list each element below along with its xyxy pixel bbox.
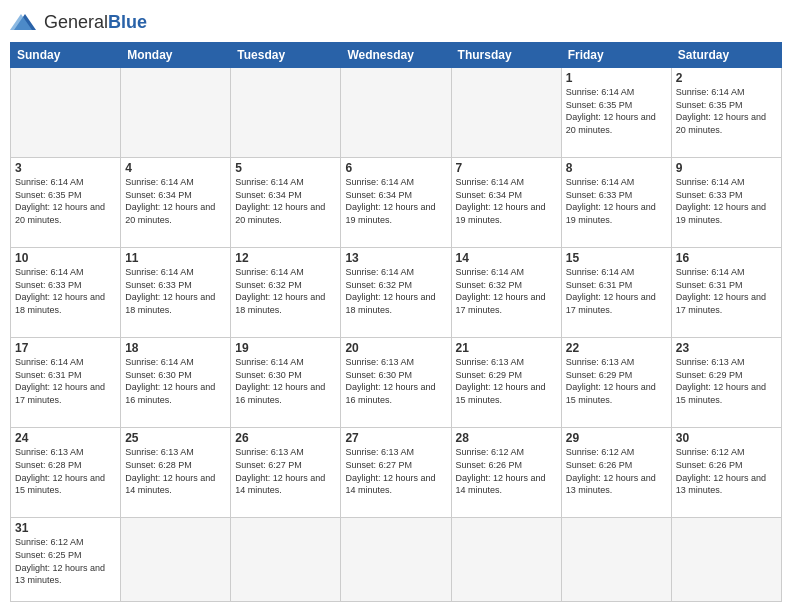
day-info: Sunrise: 6:14 AMSunset: 6:35 PMDaylight:…	[566, 86, 667, 136]
day-header: Friday	[561, 43, 671, 68]
calendar-cell	[121, 518, 231, 602]
day-info: Sunrise: 6:13 AMSunset: 6:29 PMDaylight:…	[566, 356, 667, 406]
day-number: 19	[235, 341, 336, 355]
calendar-cell: 16Sunrise: 6:14 AMSunset: 6:31 PMDayligh…	[671, 248, 781, 338]
day-number: 20	[345, 341, 446, 355]
calendar-cell: 13Sunrise: 6:14 AMSunset: 6:32 PMDayligh…	[341, 248, 451, 338]
calendar-week-row: 3Sunrise: 6:14 AMSunset: 6:35 PMDaylight…	[11, 158, 782, 248]
day-number: 22	[566, 341, 667, 355]
day-header: Thursday	[451, 43, 561, 68]
day-number: 15	[566, 251, 667, 265]
day-header: Sunday	[11, 43, 121, 68]
calendar-cell: 1Sunrise: 6:14 AMSunset: 6:35 PMDaylight…	[561, 68, 671, 158]
day-number: 29	[566, 431, 667, 445]
calendar-cell	[231, 68, 341, 158]
day-info: Sunrise: 6:12 AMSunset: 6:26 PMDaylight:…	[456, 446, 557, 496]
calendar-cell: 12Sunrise: 6:14 AMSunset: 6:32 PMDayligh…	[231, 248, 341, 338]
day-number: 5	[235, 161, 336, 175]
calendar-cell: 31Sunrise: 6:12 AMSunset: 6:25 PMDayligh…	[11, 518, 121, 602]
day-number: 30	[676, 431, 777, 445]
calendar-week-row: 10Sunrise: 6:14 AMSunset: 6:33 PMDayligh…	[11, 248, 782, 338]
day-header: Monday	[121, 43, 231, 68]
calendar-cell: 30Sunrise: 6:12 AMSunset: 6:26 PMDayligh…	[671, 428, 781, 518]
day-info: Sunrise: 6:14 AMSunset: 6:34 PMDaylight:…	[345, 176, 446, 226]
day-info: Sunrise: 6:14 AMSunset: 6:34 PMDaylight:…	[235, 176, 336, 226]
day-number: 31	[15, 521, 116, 535]
calendar-cell	[451, 68, 561, 158]
day-header: Tuesday	[231, 43, 341, 68]
day-info: Sunrise: 6:12 AMSunset: 6:26 PMDaylight:…	[566, 446, 667, 496]
calendar-cell: 24Sunrise: 6:13 AMSunset: 6:28 PMDayligh…	[11, 428, 121, 518]
day-number: 8	[566, 161, 667, 175]
calendar-week-row: 1Sunrise: 6:14 AMSunset: 6:35 PMDaylight…	[11, 68, 782, 158]
day-info: Sunrise: 6:14 AMSunset: 6:35 PMDaylight:…	[15, 176, 116, 226]
calendar-week-row: 17Sunrise: 6:14 AMSunset: 6:31 PMDayligh…	[11, 338, 782, 428]
calendar-table: SundayMondayTuesdayWednesdayThursdayFrid…	[10, 42, 782, 602]
day-info: Sunrise: 6:14 AMSunset: 6:34 PMDaylight:…	[125, 176, 226, 226]
day-number: 28	[456, 431, 557, 445]
calendar-cell: 22Sunrise: 6:13 AMSunset: 6:29 PMDayligh…	[561, 338, 671, 428]
calendar-cell: 18Sunrise: 6:14 AMSunset: 6:30 PMDayligh…	[121, 338, 231, 428]
day-number: 2	[676, 71, 777, 85]
calendar-cell: 15Sunrise: 6:14 AMSunset: 6:31 PMDayligh…	[561, 248, 671, 338]
day-info: Sunrise: 6:13 AMSunset: 6:30 PMDaylight:…	[345, 356, 446, 406]
calendar-cell	[671, 518, 781, 602]
day-info: Sunrise: 6:14 AMSunset: 6:31 PMDaylight:…	[15, 356, 116, 406]
day-info: Sunrise: 6:13 AMSunset: 6:29 PMDaylight:…	[456, 356, 557, 406]
day-number: 25	[125, 431, 226, 445]
day-info: Sunrise: 6:13 AMSunset: 6:29 PMDaylight:…	[676, 356, 777, 406]
calendar-cell: 2Sunrise: 6:14 AMSunset: 6:35 PMDaylight…	[671, 68, 781, 158]
day-info: Sunrise: 6:14 AMSunset: 6:33 PMDaylight:…	[125, 266, 226, 316]
day-info: Sunrise: 6:14 AMSunset: 6:31 PMDaylight:…	[676, 266, 777, 316]
day-info: Sunrise: 6:13 AMSunset: 6:28 PMDaylight:…	[15, 446, 116, 496]
day-info: Sunrise: 6:14 AMSunset: 6:30 PMDaylight:…	[125, 356, 226, 406]
day-info: Sunrise: 6:14 AMSunset: 6:32 PMDaylight:…	[456, 266, 557, 316]
day-number: 21	[456, 341, 557, 355]
logo-text: GeneralBlue	[44, 12, 147, 33]
day-number: 10	[15, 251, 116, 265]
calendar-cell: 5Sunrise: 6:14 AMSunset: 6:34 PMDaylight…	[231, 158, 341, 248]
day-header: Wednesday	[341, 43, 451, 68]
calendar-header-row: SundayMondayTuesdayWednesdayThursdayFrid…	[11, 43, 782, 68]
day-number: 27	[345, 431, 446, 445]
day-info: Sunrise: 6:14 AMSunset: 6:30 PMDaylight:…	[235, 356, 336, 406]
calendar-cell: 25Sunrise: 6:13 AMSunset: 6:28 PMDayligh…	[121, 428, 231, 518]
calendar-cell: 7Sunrise: 6:14 AMSunset: 6:34 PMDaylight…	[451, 158, 561, 248]
day-number: 3	[15, 161, 116, 175]
day-header: Saturday	[671, 43, 781, 68]
calendar-cell: 27Sunrise: 6:13 AMSunset: 6:27 PMDayligh…	[341, 428, 451, 518]
day-number: 12	[235, 251, 336, 265]
calendar-cell	[341, 68, 451, 158]
logo-icon	[10, 10, 40, 34]
day-info: Sunrise: 6:14 AMSunset: 6:34 PMDaylight:…	[456, 176, 557, 226]
calendar-cell: 17Sunrise: 6:14 AMSunset: 6:31 PMDayligh…	[11, 338, 121, 428]
calendar-cell: 10Sunrise: 6:14 AMSunset: 6:33 PMDayligh…	[11, 248, 121, 338]
day-info: Sunrise: 6:13 AMSunset: 6:27 PMDaylight:…	[345, 446, 446, 496]
day-number: 26	[235, 431, 336, 445]
day-number: 14	[456, 251, 557, 265]
day-number: 6	[345, 161, 446, 175]
day-info: Sunrise: 6:14 AMSunset: 6:33 PMDaylight:…	[15, 266, 116, 316]
day-number: 13	[345, 251, 446, 265]
calendar-cell	[121, 68, 231, 158]
day-number: 17	[15, 341, 116, 355]
logo: GeneralBlue	[10, 10, 147, 34]
day-info: Sunrise: 6:14 AMSunset: 6:32 PMDaylight:…	[345, 266, 446, 316]
calendar-cell: 4Sunrise: 6:14 AMSunset: 6:34 PMDaylight…	[121, 158, 231, 248]
day-info: Sunrise: 6:14 AMSunset: 6:33 PMDaylight:…	[676, 176, 777, 226]
day-number: 16	[676, 251, 777, 265]
day-number: 4	[125, 161, 226, 175]
day-number: 23	[676, 341, 777, 355]
day-info: Sunrise: 6:14 AMSunset: 6:35 PMDaylight:…	[676, 86, 777, 136]
calendar-cell	[231, 518, 341, 602]
calendar-cell	[561, 518, 671, 602]
calendar-cell: 23Sunrise: 6:13 AMSunset: 6:29 PMDayligh…	[671, 338, 781, 428]
day-number: 11	[125, 251, 226, 265]
day-info: Sunrise: 6:13 AMSunset: 6:28 PMDaylight:…	[125, 446, 226, 496]
page: GeneralBlue SundayMondayTuesdayWednesday…	[0, 0, 792, 612]
calendar-week-row: 31Sunrise: 6:12 AMSunset: 6:25 PMDayligh…	[11, 518, 782, 602]
calendar-cell: 26Sunrise: 6:13 AMSunset: 6:27 PMDayligh…	[231, 428, 341, 518]
calendar-cell: 14Sunrise: 6:14 AMSunset: 6:32 PMDayligh…	[451, 248, 561, 338]
day-info: Sunrise: 6:12 AMSunset: 6:26 PMDaylight:…	[676, 446, 777, 496]
day-number: 7	[456, 161, 557, 175]
